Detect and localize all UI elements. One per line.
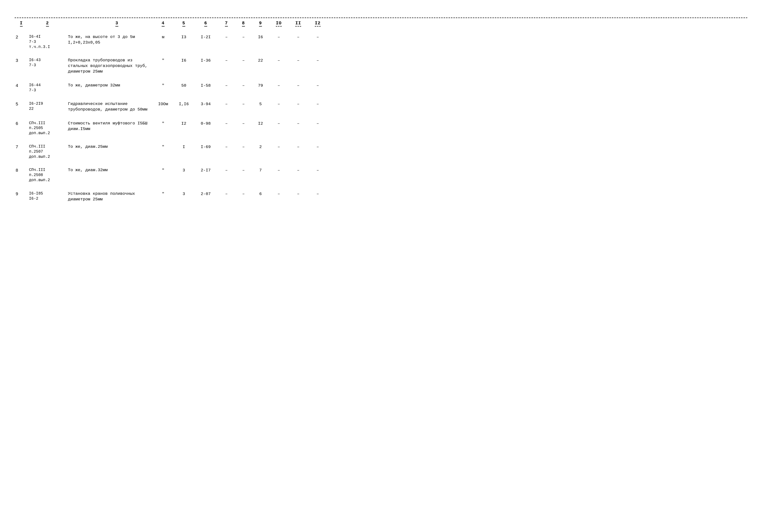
cell-0: 4 <box>15 82 28 89</box>
cell-8: 6 <box>252 190 269 197</box>
cell-7: – <box>235 34 252 41</box>
cell-10: – <box>288 34 308 41</box>
cell-2: То же, на высоте от 3 до 5м I,2+0,23x0,0… <box>67 34 152 46</box>
cell-2: То же, диам.25мм <box>67 144 152 150</box>
cell-7: – <box>235 167 252 174</box>
cell-4: I2 <box>174 120 193 127</box>
col-header-10: IO <box>269 21 288 27</box>
cell-2: То же, диаметром 32мм <box>67 82 152 89</box>
cell-3: " <box>152 190 174 197</box>
cell-3: " <box>152 120 174 127</box>
cell-6: – <box>218 57 235 64</box>
cell-5: I-69 <box>193 144 218 150</box>
page-header <box>15 10 747 10</box>
table-row: 3I6-43 7-3Прокладка трубопроводов из ста… <box>15 54 747 78</box>
cell-11: – <box>308 101 328 108</box>
cell-8: 2 <box>252 144 269 150</box>
cell-0: 2 <box>15 34 28 41</box>
cell-3: м <box>152 34 174 41</box>
cell-10: – <box>288 101 308 108</box>
cell-5: 2-I7 <box>193 167 218 174</box>
cell-1: I6-43 7-3 <box>28 57 67 68</box>
cell-9: – <box>269 34 288 41</box>
table-row: 9I6-I85 I6-2Установка кранов поливочных … <box>15 188 747 206</box>
cell-11: – <box>308 144 328 150</box>
cell-5: I-2I <box>193 34 218 41</box>
cell-1: СПч.III п.2507 доп.вып.2 <box>28 144 67 160</box>
col-header-5: 5 <box>174 21 193 27</box>
cell-1: I6-4I 7-3 т.ч.п.3.I <box>28 34 67 50</box>
col-header-3: 3 <box>67 21 152 27</box>
cell-2: То же, диам.32мм <box>67 167 152 174</box>
col-header-1: I <box>15 21 28 27</box>
cell-4: I <box>174 144 193 150</box>
cell-11: – <box>308 82 328 89</box>
table-row: 5I6-2I9 22Гидравлическое испытание трубо… <box>15 98 747 116</box>
cell-3: " <box>152 57 174 64</box>
table-row: 4I6-44 7-3То же, диаметром 32мм"50I-58––… <box>15 79 747 97</box>
cell-3: IOOм <box>152 101 174 108</box>
cell-9: – <box>269 120 288 127</box>
cell-8: I2 <box>252 120 269 127</box>
cell-0: 6 <box>15 120 28 127</box>
cell-0: 3 <box>15 57 28 64</box>
cell-7: – <box>235 101 252 108</box>
cell-4: 3 <box>174 190 193 197</box>
col-header-12: I2 <box>308 21 328 27</box>
cell-7: – <box>235 120 252 127</box>
col-header-7: 7 <box>218 21 235 27</box>
table-row: 6СПч.III п.2505 доп.вып.2Стоимость венти… <box>15 117 747 139</box>
cell-6: – <box>218 190 235 197</box>
cell-0: 9 <box>15 190 28 198</box>
cell-8: 7 <box>252 167 269 174</box>
col-header-6: 6 <box>193 21 218 27</box>
cell-0: 7 <box>15 144 28 151</box>
cell-2: Стоимость вентиля муфтового I5БШ диам.I5… <box>67 120 152 132</box>
cell-2: Гидравлическое испытание трубопроводов, … <box>67 101 152 113</box>
cell-3: " <box>152 144 174 150</box>
cell-3: " <box>152 82 174 89</box>
table-row: 2I6-4I 7-3 т.ч.п.3.IТо же, на высоте от … <box>15 31 747 53</box>
cell-1: I6-I85 I6-2 <box>28 190 67 202</box>
col-header-9: 9 <box>252 21 269 27</box>
cell-4: 50 <box>174 82 193 89</box>
cell-7: – <box>235 57 252 64</box>
col-header-4: 4 <box>152 21 174 27</box>
cell-9: – <box>269 57 288 64</box>
table-body: 2I6-4I 7-3 т.ч.п.3.IТо же, на высоте от … <box>15 31 747 207</box>
cell-9: – <box>269 101 288 108</box>
table-row: 7СПч.III п.2507 доп.вып.2То же, диам.25м… <box>15 141 747 163</box>
cell-9: – <box>269 82 288 89</box>
cell-5: I-36 <box>193 57 218 64</box>
cell-3: " <box>152 167 174 174</box>
cell-1: I6-44 7-3 <box>28 82 67 94</box>
cell-6: – <box>218 82 235 89</box>
cell-0: 5 <box>15 101 28 108</box>
cell-5: 3-94 <box>193 101 218 108</box>
cell-10: – <box>288 167 308 174</box>
cell-8: 22 <box>252 57 269 64</box>
cell-1: I6-2I9 22 <box>28 101 67 112</box>
cell-5: 0-98 <box>193 120 218 127</box>
cell-4: I3 <box>174 34 193 41</box>
table-row: 8СПч.III п.2508 доп.вып.2То же, диам.32м… <box>15 164 747 186</box>
cell-9: – <box>269 190 288 197</box>
cell-5: I-58 <box>193 82 218 89</box>
cell-11: – <box>308 34 328 41</box>
cell-10: – <box>288 82 308 89</box>
col-header-2: 2 <box>28 21 67 27</box>
cell-4: I6 <box>174 57 193 64</box>
cell-10: – <box>288 57 308 64</box>
cell-0: 8 <box>15 167 28 174</box>
cell-10: – <box>288 144 308 150</box>
cell-6: – <box>218 34 235 41</box>
cell-5: 2-07 <box>193 190 218 197</box>
page-number <box>15 10 718 10</box>
cell-6: – <box>218 167 235 174</box>
cell-11: – <box>308 57 328 64</box>
cell-10: – <box>288 120 308 127</box>
cell-7: – <box>235 144 252 150</box>
cell-8: I6 <box>252 34 269 41</box>
cell-11: – <box>308 120 328 127</box>
cell-9: – <box>269 144 288 150</box>
